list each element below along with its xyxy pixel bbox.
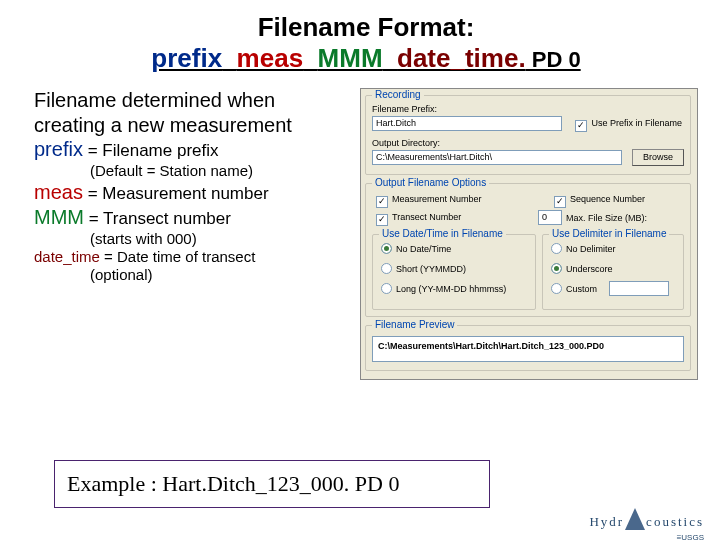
logo-triangle-icon bbox=[625, 508, 645, 530]
checkbox-use-prefix[interactable]: Use Prefix in Filename bbox=[575, 118, 682, 132]
logo-hydroacoustics: Hydrcoustics bbox=[589, 508, 704, 530]
def-mmm-r: = Transect number bbox=[84, 209, 231, 228]
radio-long-date[interactable]: Long (YY-MM-DD hhmmss) bbox=[381, 283, 506, 295]
logo-usgs: ≡USGS bbox=[677, 533, 704, 540]
group-use-datetime: Use Date/Time in Filename No Date/Time S… bbox=[372, 234, 536, 310]
dialog-screenshot: Recording Filename Prefix: Hart.Ditch Us… bbox=[360, 88, 698, 380]
group-filename-preview: Filename Preview C:\Measurements\Hart.Di… bbox=[365, 325, 691, 371]
filename-preview-value: C:\Measurements\Hart.Ditch\Hart.Ditch_12… bbox=[372, 336, 684, 362]
def-mmm-l: MMM bbox=[34, 206, 84, 228]
fmt-u2: _ bbox=[303, 43, 317, 73]
radio-no-delimiter[interactable]: No Delimiter bbox=[551, 243, 616, 255]
label-max-filesize: Max. File Size (MB): bbox=[566, 213, 647, 223]
label-filename-prefix: Filename Prefix: bbox=[372, 104, 437, 114]
title-line1: Filename Format: bbox=[34, 14, 698, 41]
radio-underscore[interactable]: Underscore bbox=[551, 263, 613, 275]
example-value: Hart.Ditch_123_000. PD 0 bbox=[162, 471, 399, 496]
radio-custom[interactable]: Custom bbox=[551, 283, 597, 295]
def-dt-l: date_time bbox=[34, 248, 100, 265]
fmt-u3: _ bbox=[383, 43, 397, 73]
def-prefix-r: = Filename prefix bbox=[83, 141, 219, 160]
fmt-datetime: date_time. bbox=[397, 43, 526, 73]
def-dt-sub: (optional) bbox=[34, 266, 344, 284]
fmt-meas: meas bbox=[237, 43, 304, 73]
def-prefix-sub: (Default = Station name) bbox=[34, 162, 344, 180]
input-max-filesize[interactable]: 0 bbox=[538, 210, 562, 225]
group-recording-label: Recording bbox=[372, 89, 424, 100]
checkbox-sequence-number[interactable]: Sequence Number bbox=[554, 194, 645, 208]
input-output-dir[interactable]: C:\Measurements\Hart.Ditch\ bbox=[372, 150, 622, 165]
logo-left: Hydr bbox=[589, 514, 624, 529]
label-output-dir: Output Directory: bbox=[372, 138, 440, 148]
group-output-options: Output Filename Options Measurement Numb… bbox=[365, 183, 691, 317]
radio-short-date[interactable]: Short (YYMMDD) bbox=[381, 263, 466, 275]
intro-line2: creating a new measurement bbox=[34, 113, 344, 137]
logo-right: coustics bbox=[646, 514, 704, 529]
checkbox-measurement-number[interactable]: Measurement Number bbox=[376, 194, 482, 208]
def-meas-l: meas bbox=[34, 181, 83, 203]
group-use-delimiter-label: Use Delimiter in Filename bbox=[549, 228, 669, 239]
group-output-options-label: Output Filename Options bbox=[372, 177, 489, 188]
input-filename-prefix[interactable]: Hart.Ditch bbox=[372, 116, 562, 131]
radio-no-datetime[interactable]: No Date/Time bbox=[381, 243, 451, 255]
fmt-u1: _ bbox=[222, 43, 236, 73]
group-recording: Recording Filename Prefix: Hart.Ditch Us… bbox=[365, 95, 691, 175]
fmt-mmm: MMM bbox=[318, 43, 383, 73]
def-dt-r: = Date time of transect bbox=[100, 248, 256, 265]
description-text: Filename determined when creating a new … bbox=[34, 88, 344, 380]
example-label: Example : bbox=[67, 471, 162, 496]
group-use-datetime-label: Use Date/Time in Filename bbox=[379, 228, 506, 239]
example-box: Example : Hart.Ditch_123_000. PD 0 bbox=[54, 460, 490, 508]
group-filename-preview-label: Filename Preview bbox=[372, 319, 457, 330]
title-format: prefix_meas_MMM_date_time. PD 0 bbox=[34, 43, 698, 74]
checkbox-transect-number[interactable]: Transect Number bbox=[376, 212, 461, 226]
fmt-ext: PD 0 bbox=[526, 47, 581, 72]
def-mmm-sub: (starts with 000) bbox=[34, 230, 344, 248]
input-custom-delimiter[interactable] bbox=[609, 281, 669, 296]
def-meas-r: = Measurement number bbox=[83, 184, 269, 203]
intro-line1: Filename determined when bbox=[34, 88, 344, 112]
def-prefix-l: prefix bbox=[34, 138, 83, 160]
fmt-prefix: prefix bbox=[151, 43, 222, 73]
browse-button[interactable]: Browse bbox=[632, 149, 684, 166]
group-use-delimiter: Use Delimiter in Filename No Delimiter U… bbox=[542, 234, 684, 310]
